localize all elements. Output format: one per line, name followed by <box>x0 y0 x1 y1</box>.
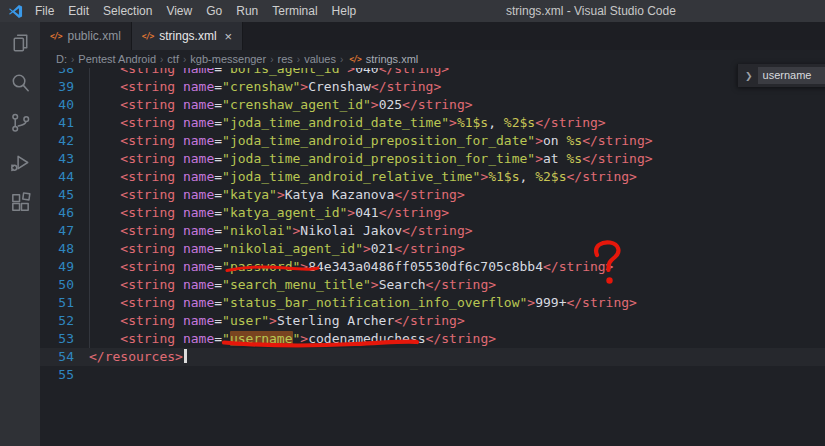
code-line-44[interactable]: 44 <string name="joda_time_android_relat… <box>40 168 825 186</box>
tab-label: strings.xml <box>159 29 216 43</box>
code-line-40[interactable]: 40 <string name="crenshaw_agent_id">025<… <box>40 96 825 114</box>
code-line-50[interactable]: 50 <string name="search_menu_title">Sear… <box>40 276 825 294</box>
code-line-46[interactable]: 46 <string name="katya_agent_id">041</st… <box>40 204 825 222</box>
line-content: <string name="status_bar_notification_in… <box>74 294 637 312</box>
tab-strings.xml[interactable]: </>strings.xml× <box>132 22 243 50</box>
code-editor[interactable]: 38 <string name="boris_agent_id">040</st… <box>40 68 825 446</box>
xml-file-icon: </> <box>50 32 61 41</box>
menu-bar: FileEditSelectionViewGoRunTerminalHelp <box>28 0 363 22</box>
line-number: 53 <box>40 330 74 348</box>
explorer-icon[interactable] <box>7 29 33 55</box>
line-content: <string name="joda_time_android_date_tim… <box>74 114 606 132</box>
find-widget[interactable]: ❯ username <box>737 64 825 87</box>
code-line-54[interactable]: 54</resources> <box>40 348 825 366</box>
editor-group: </>public.xml</>strings.xml× D:›Pentest … <box>40 22 825 446</box>
code-line-42[interactable]: 42 <string name="joda_time_android_prepo… <box>40 132 825 150</box>
menu-selection[interactable]: Selection <box>96 0 159 22</box>
line-content: <string name="katya_agent_id">041</strin… <box>74 204 449 222</box>
breadcrumb-item-file[interactable]: strings.xml <box>364 53 421 65</box>
breadcrumb-item[interactable]: ctf <box>165 53 181 65</box>
line-number: 54 <box>40 348 74 366</box>
line-content: <string name="password">84e343a0486ff055… <box>74 258 613 276</box>
code-line-55[interactable]: 55 <box>40 366 825 384</box>
text-cursor <box>184 349 187 363</box>
find-expand-chevron-icon[interactable]: ❯ <box>740 71 758 81</box>
indent-guide <box>89 68 90 348</box>
code-line-39[interactable]: 39 <string name="crenshaw">Crenshaw</str… <box>40 78 825 96</box>
line-number: 38 <box>40 68 74 78</box>
line-number: 52 <box>40 312 74 330</box>
breadcrumb-separator-icon: › <box>69 54 76 65</box>
line-content: <string name="crenshaw_agent_id">025</st… <box>74 96 473 114</box>
line-content: <string name="boris_agent_id">040</strin… <box>74 68 449 78</box>
tab-public.xml[interactable]: </>public.xml <box>40 22 132 50</box>
vscode-logo-icon <box>8 4 23 19</box>
code-line-49[interactable]: 49 <string name="password">84e343a0486ff… <box>40 258 825 276</box>
line-number: 46 <box>40 204 74 222</box>
menu-go[interactable]: Go <box>199 0 229 22</box>
code-line-38[interactable]: 38 <string name="boris_agent_id">040</st… <box>40 68 825 78</box>
line-number: 51 <box>40 294 74 312</box>
code-lines: 38 <string name="boris_agent_id">040</st… <box>40 68 825 384</box>
breadcrumb-item[interactable]: Pentest Android <box>76 53 158 65</box>
line-content: <string name="nikolai_agent_id">021</str… <box>74 240 465 258</box>
line-content: <string name="search_menu_title">Search<… <box>74 276 496 294</box>
menu-terminal[interactable]: Terminal <box>265 0 324 22</box>
line-number: 44 <box>40 168 74 186</box>
vscode-window: { "window": { "title": "strings.xml - Vi… <box>0 0 825 446</box>
code-line-43[interactable]: 43 <string name="joda_time_android_prepo… <box>40 150 825 168</box>
run-and-debug-icon[interactable] <box>7 149 33 175</box>
line-content: <string name="joda_time_android_relative… <box>74 168 637 186</box>
breadcrumb-separator-icon: › <box>268 54 275 65</box>
menu-edit[interactable]: Edit <box>61 0 96 22</box>
line-content <box>74 366 89 384</box>
breadcrumb-separator-icon: › <box>181 54 188 65</box>
code-line-53[interactable]: 53 <string name="username">codenameduche… <box>40 330 825 348</box>
menu-file[interactable]: File <box>28 0 61 22</box>
line-number: 40 <box>40 96 74 114</box>
line-content: <string name="katya">Katya Kazanova</str… <box>74 186 465 204</box>
line-content: <string name="username">codenameduchess<… <box>74 330 496 348</box>
line-content: <string name="nikolai">Nikolai Jakov</st… <box>74 222 473 240</box>
menu-help[interactable]: Help <box>325 0 364 22</box>
breadcrumb-separator-icon: › <box>295 54 302 65</box>
find-input[interactable]: username <box>758 67 825 84</box>
code-line-52[interactable]: 52 <string name="user">Sterling Archer</… <box>40 312 825 330</box>
line-number: 42 <box>40 132 74 150</box>
breadcrumb-item[interactable]: kgb-messenger <box>188 53 268 65</box>
breadcrumb-separator-icon: › <box>158 54 165 65</box>
code-line-47[interactable]: 47 <string name="nikolai">Nikolai Jakov<… <box>40 222 825 240</box>
tab-label: public.xml <box>67 29 120 43</box>
line-content: <string name="joda_time_android_preposit… <box>74 150 653 168</box>
line-number: 41 <box>40 114 74 132</box>
xml-file-icon: </> <box>349 55 360 64</box>
tab-close-icon[interactable]: × <box>225 30 233 43</box>
source-control-icon[interactable] <box>7 109 33 135</box>
line-content: <string name="joda_time_android_preposit… <box>74 132 653 150</box>
breadcrumb-item[interactable]: values <box>302 53 338 65</box>
tab-bar: </>public.xml</>strings.xml× <box>40 22 825 50</box>
line-number: 45 <box>40 186 74 204</box>
code-line-48[interactable]: 48 <string name="nikolai_agent_id">021</… <box>40 240 825 258</box>
find-match-highlight: username <box>230 331 293 346</box>
line-content: </resources> <box>74 348 187 366</box>
code-line-45[interactable]: 45 <string name="katya">Katya Kazanova</… <box>40 186 825 204</box>
line-number: 48 <box>40 240 74 258</box>
title-bar: FileEditSelectionViewGoRunTerminalHelp s… <box>0 0 825 22</box>
extensions-icon[interactable] <box>7 189 33 215</box>
code-line-41[interactable]: 41 <string name="joda_time_android_date_… <box>40 114 825 132</box>
activity-bar <box>0 22 40 446</box>
menu-view[interactable]: View <box>159 0 199 22</box>
menu-run[interactable]: Run <box>229 0 265 22</box>
line-content: <string name="user">Sterling Archer</str… <box>74 312 465 330</box>
line-number: 55 <box>40 366 74 384</box>
window-title: strings.xml - Visual Studio Code <box>506 0 676 22</box>
line-number: 49 <box>40 258 74 276</box>
line-number: 43 <box>40 150 74 168</box>
code-line-51[interactable]: 51 <string name="status_bar_notification… <box>40 294 825 312</box>
search-icon[interactable] <box>7 69 33 95</box>
xml-file-icon: </> <box>142 32 153 41</box>
breadcrumb-item[interactable]: D: <box>54 53 69 65</box>
line-content: <string name="crenshaw">Crenshaw</string… <box>74 78 441 96</box>
breadcrumb-item[interactable]: res <box>276 53 295 65</box>
